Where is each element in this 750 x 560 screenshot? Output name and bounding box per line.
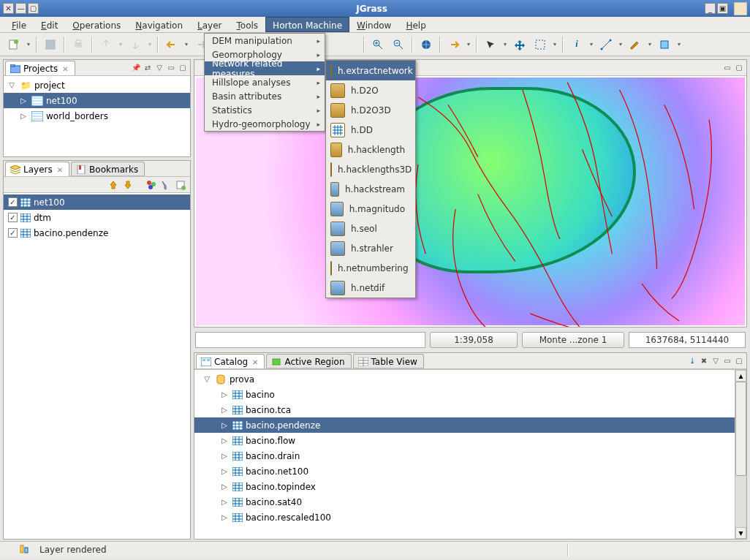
info-tool[interactable]: i	[567, 36, 586, 53]
expand-icon[interactable]: ▷	[219, 452, 230, 460]
menu-horton-machine[interactable]: Horton Machine	[265, 17, 349, 32]
import-button[interactable]	[96, 36, 115, 53]
pan-tool[interactable]	[510, 36, 529, 53]
layer-item-dtm[interactable]: ✓ dtm	[4, 210, 190, 225]
menu-tools[interactable]: Tools	[230, 17, 266, 32]
collapse-icon[interactable]: ▽	[202, 375, 212, 383]
horton-item-3[interactable]: Hillslope analyses▸	[205, 75, 325, 89]
back-button[interactable]	[162, 36, 181, 53]
link-icon[interactable]: ⇄	[142, 62, 154, 74]
measure-tool[interactable]	[596, 36, 615, 53]
expand-icon[interactable]: ▷	[18, 97, 29, 105]
scroll-up-icon[interactable]: ▴	[735, 370, 746, 382]
maximize-view-icon[interactable]: ▢	[733, 355, 745, 367]
menu-help[interactable]: Help	[398, 17, 433, 32]
print-button[interactable]	[69, 36, 88, 53]
layer-checkbox[interactable]: ✓	[8, 197, 18, 207]
info-dropdown[interactable]	[588, 36, 595, 53]
project-root[interactable]: ▽ 📁 project	[4, 77, 190, 93]
expand-icon[interactable]: ▷	[219, 467, 230, 475]
layer-item-bacino-pendenze[interactable]: ✓ bacino.pendenze	[4, 225, 190, 241]
close-icon[interactable]: ✕	[62, 65, 68, 73]
catalog-tree[interactable]: ▽ prova ▷bacino▷bacino.tca▷bacino.penden…	[194, 370, 735, 539]
catalog-root[interactable]: ▽ prova	[194, 371, 735, 387]
submenu-item-h-netnumbering[interactable]: h.netnumbering	[326, 258, 415, 278]
collapse-icon[interactable]: ▽	[7, 81, 17, 89]
iconify-button[interactable]: _	[705, 3, 716, 14]
select-dropdown[interactable]	[501, 36, 509, 53]
bookmarks-tab[interactable]: Bookmarks	[71, 162, 145, 176]
boundbox-tool[interactable]	[531, 36, 550, 53]
next-button[interactable]	[444, 36, 463, 53]
active-region-tab[interactable]: Active Region	[266, 354, 351, 368]
catalog-scrollbar[interactable]: ▴ ▾	[735, 370, 746, 539]
menu-edit[interactable]: Edit	[34, 17, 65, 32]
layer-item-net100[interactable]: ✓ net100	[4, 194, 190, 210]
crs-button[interactable]: Monte ...zone 1	[522, 332, 624, 348]
edit-tool[interactable]	[626, 36, 645, 53]
table-view-tab[interactable]: Table View	[353, 354, 424, 368]
catalog-item[interactable]: ▷bacino.drain	[194, 448, 735, 463]
menu-window[interactable]: Window	[349, 17, 398, 32]
layers-tab[interactable]: Layers ✕	[5, 162, 69, 176]
expand-icon[interactable]: ▷	[219, 390, 230, 398]
catalog-item[interactable]: ▷bacino.sat40	[194, 494, 735, 510]
edit-dropdown[interactable]	[646, 36, 654, 53]
submenu-item-h-strahler[interactable]: h.strahler	[326, 238, 415, 258]
style-dropdown[interactable]	[675, 36, 683, 53]
catalog-item[interactable]: ▷bacino.topindex	[194, 479, 735, 494]
expand-icon[interactable]: ▷	[219, 498, 230, 506]
new-dropdown[interactable]	[25, 36, 32, 53]
properties-button[interactable]	[174, 178, 187, 192]
maximize-view-icon[interactable]: ▢	[177, 62, 189, 74]
horton-item-6[interactable]: Hydro-geomorphology▸	[205, 117, 325, 131]
project-item-net100[interactable]: ▷ net100	[4, 93, 190, 108]
zoom-out-button[interactable]	[389, 36, 408, 53]
catalog-item[interactable]: ▷bacino.rescaled100	[194, 510, 735, 525]
horton-item-0[interactable]: DEM manipulation▸	[205, 34, 325, 48]
filter-button[interactable]	[159, 178, 173, 192]
zoom-in-button[interactable]	[368, 36, 387, 53]
submenu-item-h-hackstream[interactable]: h.hackstream	[326, 179, 415, 199]
submenu-item-h-extractnetwork[interactable]: h.extractnetwork	[326, 61, 415, 80]
horton-item-2[interactable]: Network related measures▸	[205, 61, 325, 75]
import-icon[interactable]: ⤓	[686, 355, 698, 367]
catalog-item[interactable]: ▷bacino.pendenze	[194, 417, 735, 433]
expand-icon[interactable]: ▷	[219, 406, 230, 414]
menu-layer[interactable]: Layer	[190, 17, 229, 32]
expand-icon[interactable]: ▷	[219, 513, 230, 521]
style-tool[interactable]	[655, 36, 674, 53]
catalog-item[interactable]: ▷bacino.tca	[194, 402, 735, 417]
layer-checkbox[interactable]: ✓	[8, 213, 18, 222]
new-button[interactable]	[4, 36, 23, 53]
next-dropdown[interactable]	[465, 36, 472, 53]
expand-icon[interactable]: ▷	[219, 421, 230, 429]
back-dropdown[interactable]	[183, 36, 190, 53]
scroll-down-icon[interactable]: ▾	[735, 527, 746, 539]
submenu-item-h-hacklength[interactable]: h.hacklength	[326, 140, 415, 159]
submenu-item-h-seol[interactable]: h.seol	[326, 219, 415, 238]
catalog-item[interactable]: ▷bacino	[194, 387, 735, 402]
close-icon[interactable]: ✕	[57, 166, 63, 174]
pin-icon[interactable]: 📌	[130, 62, 142, 74]
scrollbar-thumb[interactable]	[735, 382, 746, 476]
submenu-item-h-D2O3D[interactable]: h.D2O3D	[326, 100, 415, 120]
restore-button[interactable]: ▣	[717, 3, 728, 14]
scale-display[interactable]: 1:39,058	[430, 332, 518, 348]
boundbox-dropdown[interactable]	[551, 36, 558, 53]
catalog-tab[interactable]: Catalog ✕	[196, 354, 265, 368]
horton-item-4[interactable]: Basin attributes▸	[205, 89, 325, 103]
menu-chevron-icon[interactable]: ▽	[710, 355, 721, 367]
globe-button[interactable]	[417, 36, 436, 53]
menu-operations[interactable]: Operations	[65, 17, 128, 32]
projects-tab[interactable]: Projects ✕	[5, 61, 75, 75]
measure-dropdown[interactable]	[617, 36, 624, 53]
minimize-view-icon[interactable]: ▭	[721, 62, 733, 74]
minimize-view-icon[interactable]: ▭	[721, 355, 733, 367]
up-button[interactable]	[107, 178, 120, 192]
export-button[interactable]	[126, 36, 145, 53]
expand-icon[interactable]: ▷	[219, 483, 230, 491]
style-button[interactable]	[145, 178, 158, 192]
submenu-item-h-DD[interactable]: h.DD	[326, 120, 415, 140]
catalog-item[interactable]: ▷bacino.net100	[194, 463, 735, 479]
